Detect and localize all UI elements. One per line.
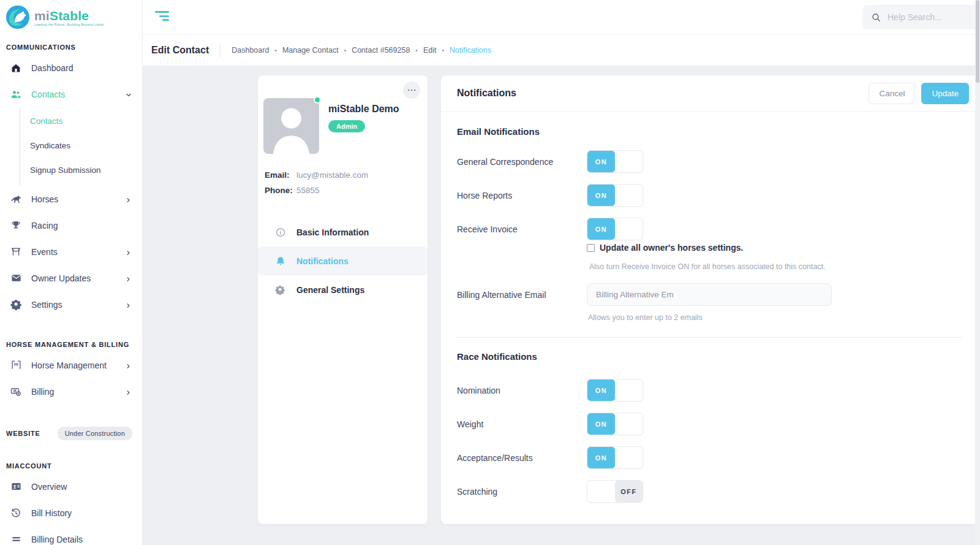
- sidebar-item-racing[interactable]: Racing: [0, 212, 142, 238]
- sidebar-section-communications: COMMUNICATIONS: [0, 35, 142, 55]
- horse-logo-icon: [5, 4, 31, 32]
- contact-menu-button[interactable]: ⋯: [403, 82, 420, 99]
- menu-toggle-icon[interactable]: [154, 11, 169, 23]
- email-notifications-heading: Email Notifications: [457, 126, 962, 137]
- sidebar-subitem-signup-submission[interactable]: Signup Submission: [20, 158, 142, 182]
- topbar: [143, 0, 980, 35]
- history-icon: [10, 507, 22, 519]
- billing-alt-email-help: Allows you to enter up to 2 emails: [588, 313, 962, 322]
- chevron-right-icon: [125, 248, 132, 256]
- toggle-row-weight: Weight ON: [457, 413, 962, 435]
- breadcrumb-dashboard[interactable]: Dashboard: [232, 46, 269, 55]
- sidebar-item-horse-management[interactable]: Horse Management: [0, 352, 142, 378]
- toggle-state-label: ON: [587, 447, 615, 468]
- brand-logo[interactable]: miStable Leading the Future, Building Be…: [0, 0, 142, 35]
- envelope-icon: [10, 272, 22, 284]
- trophy-icon: [10, 219, 22, 232]
- chevron-right-icon: [125, 275, 132, 282]
- toggle-state-label: ON: [587, 151, 615, 172]
- race-notifications-heading: Race Notifications: [457, 351, 962, 362]
- toggle-state-label: ON: [587, 185, 615, 206]
- billing-alt-email-row: Billing Alternative Email: [457, 283, 962, 306]
- ellipsis-icon: ⋯: [407, 85, 417, 95]
- toggle-acceptance-results[interactable]: ON: [587, 446, 643, 469]
- under-construction-badge: Under Construction: [58, 427, 132, 440]
- tab-general-settings[interactable]: General Settings: [258, 275, 428, 304]
- breadcrumb-notifications[interactable]: Notifications: [450, 46, 491, 55]
- tab-notifications[interactable]: Notifications: [258, 246, 428, 275]
- contact-card: ⋯ miStable Demo Admin Email: lucy@mistab…: [258, 75, 428, 524]
- billing-alt-email-label: Billing Alternative Email: [457, 290, 587, 300]
- sidebar-section-website: WEBSITE Under Construction: [0, 418, 142, 444]
- cancel-button[interactable]: Cancel: [869, 83, 915, 104]
- email-label: Email:: [265, 170, 296, 180]
- sidebar-subitem-contacts[interactable]: Contacts: [20, 109, 142, 133]
- toggle-state-label: OFF: [615, 481, 643, 502]
- sidebar-contacts-submenu: Contacts Syndicates Signup Submission: [20, 107, 142, 186]
- sidebar-item-dashboard[interactable]: Dashboard: [0, 55, 142, 81]
- sidebar-item-overview[interactable]: Overview: [0, 473, 142, 500]
- breadcrumb-edit[interactable]: Edit: [423, 46, 437, 55]
- sidebar-item-owner-updates[interactable]: Owner Updates: [0, 265, 142, 291]
- help-search: [862, 5, 979, 29]
- app-root: miStable Leading the Future, Building Be…: [0, 0, 980, 545]
- toggle-weight[interactable]: ON: [587, 413, 643, 435]
- billing-alt-email-input[interactable]: [587, 283, 832, 306]
- page-header: Edit Contact Dashboard • Manage Contact …: [143, 35, 980, 66]
- sidebar-item-bill-history[interactable]: Bill History: [0, 500, 142, 526]
- list-lines-icon: [10, 533, 22, 545]
- chevron-down-icon: [125, 91, 132, 98]
- panel-title: Notifications: [457, 88, 869, 99]
- contact-phone-row: Phone: 55855: [265, 186, 428, 195]
- stable-icon: [10, 359, 22, 372]
- toggle-receive-invoice[interactable]: ON: [587, 218, 643, 240]
- breadcrumb: Dashboard • Manage Contact • Contact #56…: [232, 46, 491, 55]
- toggle-state-label: ON: [587, 379, 615, 401]
- sidebar-item-settings[interactable]: Settings: [0, 291, 142, 318]
- users-icon: [10, 88, 22, 101]
- toggle-scratching[interactable]: OFF: [587, 480, 643, 503]
- toggle-row-receive-invoice: Receive Invoice ON: [457, 218, 962, 240]
- info-icon: [275, 227, 286, 238]
- toggle-horse-reports[interactable]: ON: [587, 184, 643, 207]
- sidebar-item-events[interactable]: Events: [0, 238, 142, 265]
- search-icon: [871, 12, 881, 23]
- chevron-right-icon: [125, 388, 132, 395]
- chevron-right-icon: [125, 196, 132, 203]
- sidebar-subitem-syndicates[interactable]: Syndicates: [20, 133, 142, 158]
- phone-value: 55855: [296, 186, 320, 195]
- update-all-horses-label: Update all owner's horses settings.: [600, 243, 743, 253]
- notifications-panel: Notifications Cancel Update Email Notifi…: [441, 75, 978, 524]
- scrollbar-track[interactable]: [975, 0, 980, 545]
- breadcrumb-manage-contact[interactable]: Manage Contact: [282, 46, 339, 55]
- brand-tagline: Leading the Future, Building Beyond Limi…: [34, 23, 104, 27]
- event-banner-icon: [10, 246, 22, 258]
- toggle-row-scratching: Scratching OFF: [457, 480, 962, 503]
- toggle-state-label: ON: [587, 218, 615, 240]
- sidebar: miStable Leading the Future, Building Be…: [0, 0, 143, 545]
- toggle-row-general-correspondence: General Correspondence ON: [457, 150, 962, 173]
- help-search-input[interactable]: [888, 12, 967, 22]
- sidebar-item-billing[interactable]: Billing: [0, 378, 142, 405]
- update-button[interactable]: Update: [921, 83, 969, 104]
- toggle-nomination[interactable]: ON: [587, 379, 643, 402]
- tab-basic-information[interactable]: Basic Information: [258, 218, 428, 246]
- chevron-right-icon: [125, 362, 132, 369]
- email-value: lucy@mistable.com: [296, 170, 368, 180]
- sidebar-item-billing-details[interactable]: Billing Details: [0, 526, 142, 545]
- bell-icon: [275, 256, 286, 267]
- breadcrumb-contact-id[interactable]: Contact #569258: [352, 46, 410, 55]
- scrollbar-thumb[interactable]: [976, 0, 979, 83]
- update-all-horses-help: Also turn Receive Invoice ON for all hor…: [589, 262, 962, 271]
- horse-icon: [10, 193, 22, 205]
- update-all-horses-row: Update all owner's horses settings.: [587, 243, 962, 253]
- toggle-state-label: ON: [587, 413, 615, 435]
- billing-icon: [10, 386, 22, 398]
- sidebar-item-contacts[interactable]: Contacts: [0, 81, 142, 107]
- phone-label: Phone:: [265, 186, 296, 195]
- divider: [220, 43, 221, 58]
- update-all-horses-checkbox[interactable]: [587, 244, 595, 252]
- id-card-icon: [10, 481, 22, 493]
- toggle-general-correspondence[interactable]: ON: [587, 150, 643, 173]
- sidebar-item-horses[interactable]: Horses: [0, 186, 142, 212]
